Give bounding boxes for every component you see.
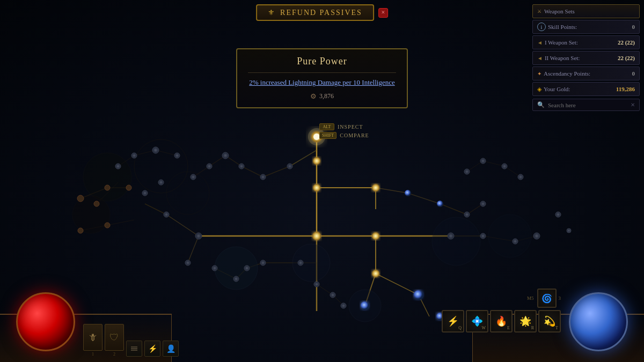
svg-line-30 [134,150,156,156]
close-button[interactable]: × [378,8,388,18]
svg-line-16 [209,156,225,166]
svg-point-106 [555,212,561,217]
svg-line-8 [419,295,429,316]
weapon-set-1-row: ◄ I Weapon Set: 22 (22) [532,35,640,49]
weapon-set-2-row: ◄ II Weapon Set: 22 (22) [532,51,640,65]
svg-point-95 [480,158,486,164]
svg-line-38 [236,268,247,279]
hotkey-area: ALT Inspect SHIFT Compare [319,123,369,139]
refund-passives-label: Refund Passives [280,9,362,17]
svg-line-39 [247,263,263,268]
svg-line-34 [467,161,483,172]
svg-line-21 [467,204,483,215]
svg-point-49 [432,217,480,265]
slot-label-1: 1 [92,352,94,357]
svg-point-87 [191,174,196,180]
hotkey-inspect-badge: ALT [319,123,334,130]
svg-line-35 [483,161,504,166]
weapon-sets-header: ⚔ Weapon Sets [532,4,640,18]
tooltip-title: Pure Power [248,56,396,67]
hotkey-inspect-label: Inspect [338,124,363,130]
stat-icon: ⚙ [310,92,317,101]
svg-point-65 [405,190,411,196]
window-header: Refund Passives × [256,4,388,21]
info-icon[interactable]: i [537,23,546,31]
ascendancy-row: ✦ Ascendancy Points: 0 [532,67,640,80]
refund-passives-button[interactable]: Refund Passives [256,4,374,21]
svg-point-81 [105,223,110,228]
svg-point-68 [131,153,137,158]
svg-point-79 [77,195,84,202]
svg-point-90 [480,201,486,206]
svg-point-101 [260,260,266,265]
svg-point-60 [372,232,379,240]
svg-point-70 [174,153,180,158]
svg-line-20 [440,204,467,215]
weapon-set-2-value: 22 (22) [618,55,635,61]
svg-point-83 [260,174,266,180]
svg-point-52 [72,196,110,233]
gold-row: ◈ Your Gold: 119,286 [532,82,640,96]
ascendancy-value: 0 [632,70,635,77]
svg-point-99 [233,276,239,282]
mana-orb [569,292,628,351]
search-box[interactable]: 🔍 ✕ [532,99,640,111]
svg-point-66 [437,201,443,207]
gold-icon: ◈ [537,86,541,93]
svg-line-6 [365,274,376,306]
close-icon: × [382,9,385,17]
weapon-set-2-arrow: ◄ [537,55,543,61]
svg-point-69 [152,147,159,153]
svg-point-85 [222,152,229,159]
weapon-set-2-label: II Weapon Set: [545,55,580,61]
svg-line-42 [317,284,333,295]
svg-point-93 [533,233,540,239]
ascendancy-icon: ✦ [537,71,541,77]
svg-point-73 [164,212,169,217]
svg-point-94 [464,169,470,174]
svg-point-46 [215,247,258,290]
svg-line-9 [166,215,199,236]
svg-point-47 [292,244,330,282]
svg-point-98 [212,265,217,271]
svg-point-67 [115,164,121,169]
svg-point-78 [94,201,99,206]
svg-point-72 [142,190,148,196]
search-icon: 🔍 [537,101,545,108]
svg-point-62 [361,301,369,310]
svg-line-15 [225,156,241,166]
svg-point-97 [518,174,523,180]
svg-point-58 [312,232,321,240]
tooltip-stat-value: 3,876 [319,92,334,100]
weapon-set-1-arrow: ◄ [537,40,543,46]
svg-line-36 [504,166,521,177]
svg-line-12 [290,150,317,166]
svg-point-59 [372,184,379,191]
svg-point-82 [287,164,292,169]
bottom-skill-bar-left: 🗡 1 🛡 2 ⚡ 👤 [83,324,179,357]
tooltip-stat: ⚙ 3,876 [248,92,396,101]
health-orb [16,292,75,351]
svg-point-103 [314,282,319,287]
svg-line-27 [80,225,107,231]
svg-point-102 [298,260,303,265]
svg-point-63 [414,290,423,300]
svg-line-17 [193,166,209,177]
search-input[interactable] [548,102,627,108]
svg-point-92 [513,239,518,244]
hotkey-compare-label: Compare [340,132,369,138]
svg-point-51 [83,153,131,201]
svg-line-29 [118,156,134,166]
svg-line-43 [333,295,343,306]
svg-line-24 [515,236,537,241]
slot-label-2: 2 [113,352,115,357]
tooltip-description: 2% increased Lightning Damage per 10 Int… [248,77,396,88]
svg-point-45 [166,172,209,215]
search-clear-icon[interactable]: ✕ [631,102,635,108]
skill-points-value: 0 [632,24,635,30]
svg-point-57 [313,184,320,191]
weapon-icon: ⚔ [537,9,541,14]
svg-line-37 [215,268,236,279]
svg-point-44 [134,139,188,193]
ascendancy-label: Ascendancy Points: [544,70,590,77]
